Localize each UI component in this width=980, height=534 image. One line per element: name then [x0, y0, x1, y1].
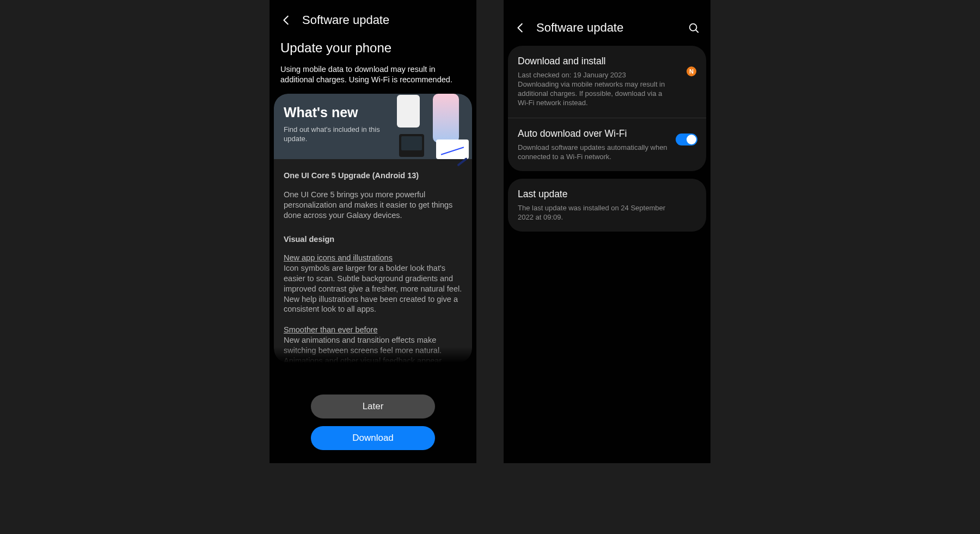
item-title: Last update	[518, 189, 696, 200]
subheader: Update your phone Using mobile data to d…	[270, 37, 476, 85]
download-and-install-item[interactable]: Download and install Last checked on: 19…	[508, 46, 706, 118]
release-section-heading: Visual design	[284, 235, 462, 244]
item-subtitle: Download software updates automatically …	[518, 143, 675, 161]
feature-1-body: Icon symbols are larger for a bolder loo…	[284, 263, 462, 314]
item-subtitle: The last update was installed on 24 Sept…	[518, 203, 675, 222]
back-icon[interactable]	[280, 14, 292, 26]
search-icon[interactable]	[688, 22, 700, 34]
auto-download-toggle[interactable]	[676, 134, 697, 145]
scroll-fade	[274, 373, 472, 389]
back-icon[interactable]	[514, 22, 526, 34]
software-update-settings-screen: Software update Download and install Las…	[504, 0, 710, 463]
page-title: Update your phone	[280, 40, 465, 56]
new-badge-icon: N	[687, 66, 696, 76]
item-title: Auto download over Wi-Fi	[518, 128, 696, 139]
feature-2-body: New animations and transition effects ma…	[284, 335, 462, 362]
download-button[interactable]: Download	[311, 426, 435, 450]
data-charges-note: Using mobile data to download may result…	[280, 64, 465, 85]
software-update-detail-screen: Software update Update your phone Using …	[270, 0, 476, 463]
later-button[interactable]: Later	[311, 395, 435, 418]
release-intro: One UI Core 5 brings you more powerful p…	[284, 190, 462, 221]
svg-line-1	[696, 30, 698, 32]
header-title: Software update	[536, 21, 623, 35]
header: Software update	[504, 0, 710, 45]
settings-group-2: Last update The last update was installe…	[508, 179, 706, 232]
release-title: One UI Core 5 Upgrade (Android 13)	[284, 171, 462, 180]
whats-new-subtitle: Find out what's included in this update.	[284, 125, 382, 144]
release-notes-body: One UI Core 5 Upgrade (Android 13) One U…	[274, 159, 472, 363]
header: Software update	[270, 0, 476, 37]
header-title: Software update	[302, 13, 389, 27]
settings-group-1: Download and install Last checked on: 19…	[508, 46, 706, 171]
item-subtitle: Last checked on: 19 January 2023 Downloa…	[518, 70, 675, 108]
action-buttons: Later Download	[270, 395, 476, 450]
release-notes-card[interactable]: What's new Find out what's included in t…	[274, 94, 472, 363]
whats-new-banner: What's new Find out what's included in t…	[274, 94, 472, 159]
item-title: Download and install	[518, 56, 696, 67]
feature-1-title: New app icons and illustrations	[284, 253, 462, 262]
auto-download-wifi-item[interactable]: Auto download over Wi-Fi Download softwa…	[508, 118, 706, 171]
feature-2-title: Smoother than ever before	[284, 325, 462, 334]
last-update-item[interactable]: Last update The last update was installe…	[508, 179, 706, 232]
whats-new-title: What's new	[284, 105, 462, 120]
devices-illustration	[385, 94, 472, 159]
